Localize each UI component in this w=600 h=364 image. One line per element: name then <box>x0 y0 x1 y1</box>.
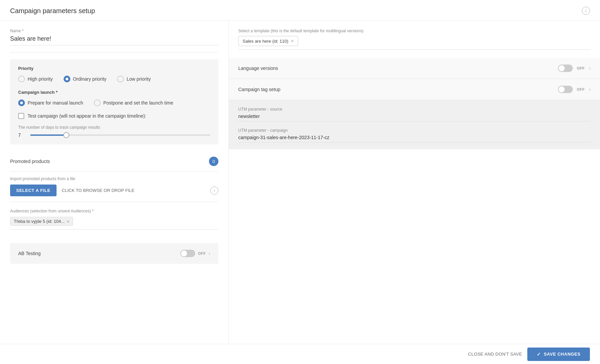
page-header: Campaign parameters setup i <box>0 0 600 21</box>
footer: CLOSE AND DON'T SAVE ✓ SAVE CHANGES <box>0 344 600 364</box>
name-value: Sales are here! <box>10 35 218 45</box>
priority-ordinary-circle[interactable] <box>64 76 70 82</box>
campaign-tag-toggle-label: OFF <box>577 87 585 91</box>
priority-ordinary-label: Ordinary priority <box>73 76 107 82</box>
priority-low-label: Low priority <box>127 76 151 82</box>
save-changes-label: SAVE CHANGES <box>544 352 580 357</box>
priority-low-circle[interactable] <box>117 76 124 82</box>
template-label: Select a template (this is the default t… <box>238 29 591 33</box>
info-icon[interactable]: i <box>582 7 590 15</box>
priority-low[interactable]: Low priority <box>117 76 151 82</box>
utm-campaign-value: campaign-31-sales-are-here-2023-11-17-cz <box>238 135 591 143</box>
promoted-count-badge: 0 <box>209 157 218 166</box>
ab-testing-toggle[interactable] <box>180 250 195 257</box>
template-tag: Sales are here (id: 110) × <box>238 36 298 46</box>
ab-testing-toggle-label: OFF <box>198 251 206 255</box>
import-section: Import promoted products from a file SEL… <box>10 176 218 202</box>
launch-manual-circle[interactable] <box>18 99 25 106</box>
utm-source-field: UTM parameter - source newsletter <box>238 107 591 121</box>
priority-title: Priority <box>18 66 210 71</box>
ab-testing-row[interactable]: AB Testing OFF › <box>10 243 218 264</box>
campaign-tag-header[interactable]: Campaign tag setup OFF › <box>229 79 600 100</box>
slider-value: 7 <box>18 132 25 138</box>
launch-options: Prepare for manual launch Postpone and s… <box>18 99 210 106</box>
priority-section: Priority High priority Ordinary priority… <box>10 59 218 145</box>
promoted-label: Promoted products <box>10 159 50 164</box>
campaign-tag-title: Campaign tag setup <box>238 87 280 92</box>
ab-testing-knob <box>181 250 187 256</box>
language-versions-knob <box>559 65 565 71</box>
language-versions-toggle[interactable] <box>558 65 573 72</box>
slider-fill <box>30 134 66 136</box>
campaign-tag-chevron: › <box>589 86 591 92</box>
utm-campaign-field: UTM parameter - campaign campaign-31-sal… <box>238 128 591 143</box>
template-input-line <box>238 48 591 50</box>
select-file-button[interactable]: SELECT A FILE <box>10 185 57 196</box>
test-campaign-checkbox[interactable] <box>18 113 24 119</box>
browse-text: CLICK TO BROWSE OR DROP FILE <box>62 188 135 193</box>
campaign-tag-toggle[interactable] <box>558 86 573 93</box>
language-versions-chevron: › <box>589 65 591 71</box>
template-tag-label: Sales are here (id: 110) <box>243 39 288 44</box>
audience-tag-label: Třeba to vyjde 5 (id: 104... <box>14 219 65 224</box>
language-versions-title: Language versions <box>238 66 278 71</box>
name-field-group: Name * Sales are here! <box>10 29 218 52</box>
language-versions-controls: OFF › <box>558 65 591 72</box>
launch-postpone-circle[interactable] <box>94 99 101 106</box>
template-tag-close[interactable]: × <box>291 38 294 44</box>
language-versions-toggle-label: OFF <box>577 66 585 70</box>
import-label: Import promoted products from a file <box>10 176 218 181</box>
slider-label: The number of days to track campaign res… <box>18 125 210 130</box>
utm-source-label: UTM parameter - source <box>238 107 591 112</box>
name-label: Name * <box>10 29 218 33</box>
slider-thumb[interactable] <box>63 132 69 138</box>
main-content: Name * Sales are here! Priority High pri… <box>0 21 600 344</box>
campaign-launch-title: Campaign launch * <box>18 90 210 95</box>
audience-tag-close[interactable]: × <box>67 219 69 224</box>
audience-tag: Třeba to vyjde 5 (id: 104... × <box>10 217 73 226</box>
save-check-icon: ✓ <box>537 352 541 357</box>
import-row: SELECT A FILE CLICK TO BROWSE OR DROP FI… <box>10 185 218 196</box>
launch-manual[interactable]: Prepare for manual launch <box>18 99 83 106</box>
utm-source-value: newsletter <box>238 114 591 121</box>
campaign-tag-section: Campaign tag setup OFF › <box>229 79 600 100</box>
test-campaign-row: Test campaign (will not appear in the ca… <box>18 113 210 119</box>
right-panel: Select a template (this is the default t… <box>229 21 600 344</box>
ab-testing-toggle-row: OFF › <box>180 250 210 257</box>
slider-row: 7 <box>18 132 210 138</box>
page-title: Campaign parameters setup <box>10 7 95 15</box>
language-versions-section: Language versions OFF › <box>229 58 600 79</box>
utm-section: UTM parameter - source newsletter UTM pa… <box>229 100 600 149</box>
right-top-section: Select a template (this is the default t… <box>229 21 600 58</box>
launch-postpone-label: Postpone and set the launch time <box>103 100 173 106</box>
import-info-icon[interactable]: i <box>210 187 218 195</box>
priority-ordinary[interactable]: Ordinary priority <box>64 76 107 82</box>
priority-high[interactable]: High priority <box>18 76 53 82</box>
close-dont-save-button[interactable]: CLOSE AND DON'T SAVE <box>468 352 522 357</box>
launch-postpone[interactable]: Postpone and set the launch time <box>94 99 173 106</box>
left-panel: Name * Sales are here! Priority High pri… <box>0 21 229 344</box>
priority-radio-group: High priority Ordinary priority Low prio… <box>18 76 210 82</box>
promoted-products-row: Promoted products 0 <box>10 151 218 172</box>
campaign-tag-controls: OFF › <box>558 86 591 93</box>
priority-high-circle[interactable] <box>18 76 25 82</box>
ab-testing-label: AB Testing <box>18 251 41 256</box>
save-changes-button[interactable]: ✓ SAVE CHANGES <box>527 348 590 361</box>
audiences-section: Audiences (selection from unsent Audienc… <box>10 209 218 236</box>
ab-testing-chevron: › <box>209 250 210 256</box>
launch-manual-label: Prepare for manual launch <box>28 100 83 106</box>
audiences-label: Audiences (selection from unsent Audienc… <box>10 209 218 213</box>
utm-campaign-label: UTM parameter - campaign <box>238 128 591 133</box>
language-versions-header[interactable]: Language versions OFF › <box>229 58 600 79</box>
test-campaign-label: Test campaign (will not appear in the ca… <box>28 113 146 119</box>
priority-high-label: High priority <box>28 76 53 82</box>
slider-track[interactable] <box>30 134 210 136</box>
campaign-tag-knob <box>559 86 565 92</box>
slider-section: The number of days to track campaign res… <box>18 125 210 138</box>
